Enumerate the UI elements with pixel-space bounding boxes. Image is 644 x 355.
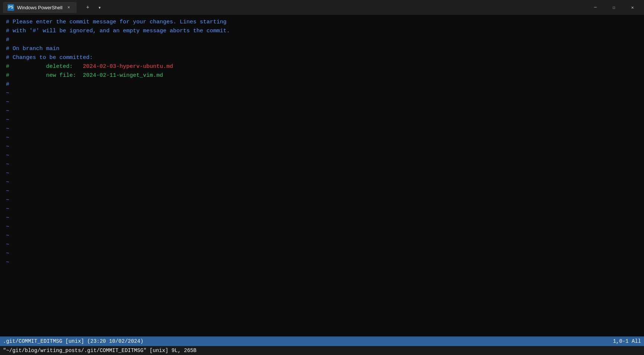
tilde-16: ~ (6, 223, 638, 231)
code-line-3: # (6, 36, 638, 45)
status-path-info: "~/git/blog/writing_posts/.git/COMMIT_ED… (3, 348, 196, 354)
tilde-3: ~ (6, 107, 638, 116)
tab-dropdown-button[interactable]: ▾ (94, 2, 105, 13)
tilde-7: ~ (6, 142, 638, 151)
window-controls: — ☐ ✕ (587, 1, 641, 13)
code-line-5: # Changes to be committed: (6, 53, 638, 62)
code-line-7: # new file: 2024-02-11-winget_vim.md (6, 71, 638, 80)
status-file-info: .git/COMMIT_EDITMSG [unix] (23:20 10/02/… (3, 338, 143, 344)
tilde-4: ~ (6, 116, 638, 125)
new-tab-button[interactable]: + (82, 2, 93, 13)
tilde-5: ~ (6, 125, 638, 134)
status-line-2: "~/git/blog/writing_posts/.git/COMMIT_ED… (0, 346, 644, 355)
tilde-11: ~ (6, 178, 638, 187)
powershell-icon: PS (7, 4, 14, 11)
tilde-18: ~ (6, 240, 638, 249)
code-line-8: # (6, 80, 638, 89)
code-line-2: # with '#' will be ignored, and an empty… (6, 27, 638, 36)
code-line-6: # deleted: 2024-02-03-hyperv-ubuntu.md (6, 62, 638, 71)
tilde-1: ~ (6, 89, 638, 98)
code-line-4: # On branch main (6, 45, 638, 53)
tilde-9: ~ (6, 160, 638, 169)
tilde-14: ~ (6, 205, 638, 214)
tilde-12: ~ (6, 187, 638, 196)
maximize-button[interactable]: ☐ (605, 1, 622, 13)
tilde-13: ~ (6, 196, 638, 205)
tilde-8: ~ (6, 151, 638, 160)
tilde-20: ~ (6, 258, 638, 267)
tilde-15: ~ (6, 214, 638, 223)
tilde-2: ~ (6, 98, 638, 107)
tilde-10: ~ (6, 169, 638, 178)
minimize-button[interactable]: — (587, 1, 604, 13)
tilde-6: ~ (6, 134, 638, 142)
tilde-19: ~ (6, 249, 638, 258)
tab-label: Windows PowerShell (17, 5, 62, 10)
status-position: 1,0-1 All (613, 338, 641, 344)
tilde-17: ~ (6, 231, 638, 240)
title-bar-left: PS Windows PowerShell × + ▾ (3, 2, 105, 13)
status-line-1: .git/COMMIT_EDITMSG [unix] (23:20 10/02/… (0, 336, 644, 346)
terminal-tab[interactable]: PS Windows PowerShell × (3, 2, 77, 13)
title-bar: PS Windows PowerShell × + ▾ — ☐ ✕ (0, 0, 644, 15)
status-bar: .git/COMMIT_EDITMSG [unix] (23:20 10/02/… (0, 336, 644, 355)
code-line-1: # Please enter the commit message for yo… (6, 18, 638, 27)
close-button[interactable]: ✕ (624, 1, 641, 13)
tab-close-button[interactable]: × (65, 4, 72, 11)
tab-actions: + ▾ (82, 2, 105, 13)
terminal-body: # Please enter the commit message for yo… (0, 15, 644, 336)
